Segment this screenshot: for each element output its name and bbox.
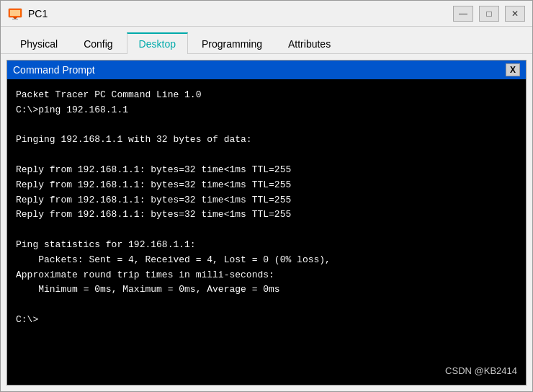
close-button[interactable]: ✕ bbox=[505, 6, 525, 22]
cmd-close-button[interactable]: X bbox=[506, 63, 520, 76]
content-area: Command Prompt X Packet Tracer PC Comman… bbox=[1, 54, 532, 391]
tab-programming[interactable]: Programming bbox=[189, 33, 274, 54]
svg-rect-3 bbox=[12, 19, 18, 19]
tab-desktop[interactable]: Desktop bbox=[127, 32, 188, 54]
main-window: PC1 — □ ✕ Physical Config Desktop Progra… bbox=[0, 0, 533, 392]
title-bar-controls: — □ ✕ bbox=[453, 6, 525, 22]
tab-config[interactable]: Config bbox=[71, 33, 125, 54]
tab-physical[interactable]: Physical bbox=[8, 33, 70, 54]
maximize-button[interactable]: □ bbox=[479, 6, 499, 22]
app-icon bbox=[8, 6, 22, 21]
cmd-output: Packet Tracer PC Command Line 1.0 C:\>pi… bbox=[16, 88, 517, 328]
watermark: CSDN @KB2414 bbox=[445, 364, 517, 378]
command-prompt-window: Command Prompt X Packet Tracer PC Comman… bbox=[6, 60, 527, 386]
cmd-title-bar: Command Prompt X bbox=[7, 61, 526, 79]
svg-rect-1 bbox=[10, 10, 20, 16]
cmd-body[interactable]: Packet Tracer PC Command Line 1.0 C:\>pi… bbox=[7, 79, 526, 385]
cmd-title-label: Command Prompt bbox=[13, 64, 95, 76]
minimize-button[interactable]: — bbox=[453, 6, 473, 22]
tabs-bar: Physical Config Desktop Programming Attr… bbox=[1, 27, 532, 54]
window-title: PC1 bbox=[28, 8, 48, 19]
svg-marker-2 bbox=[13, 17, 17, 19]
title-bar: PC1 — □ ✕ bbox=[1, 1, 532, 27]
tab-attributes[interactable]: Attributes bbox=[276, 33, 343, 54]
title-bar-left: PC1 bbox=[8, 6, 48, 21]
